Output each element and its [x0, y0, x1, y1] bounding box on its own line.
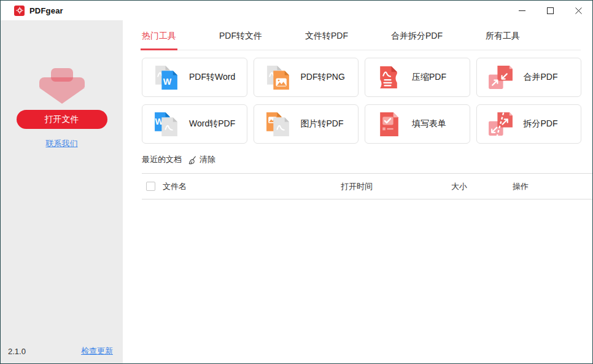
column-size: 大小 [451, 181, 513, 192]
word-to-pdf-icon: W [152, 110, 180, 138]
pdf-to-word-icon: W [152, 64, 180, 91]
tab-hot-tools[interactable]: 热门工具 [142, 31, 176, 50]
tool-card-label: 拆分PDF [524, 118, 558, 130]
recent-documents-title: 最近的文档 [142, 154, 182, 165]
fill-forms-icon [375, 110, 403, 138]
tool-card-label: 压缩PDF [412, 72, 446, 83]
recent-files-empty-area [123, 199, 592, 363]
maximize-icon [547, 7, 554, 14]
titlebar: PDFgear [1, 1, 592, 20]
sidebar: 打开文件 联系我们 2.1.0 检查更新 [1, 20, 123, 363]
tab-merge-split-pdf[interactable]: 合并拆分PDF [391, 31, 443, 50]
svg-text:W: W [163, 76, 172, 86]
merge-pdf-icon [487, 64, 514, 91]
tool-card-label: 图片转PDF [301, 118, 344, 130]
tool-card-label: PDF转Word [189, 72, 235, 83]
sidebar-bottom: 2.1.0 检查更新 [8, 346, 113, 357]
clear-recent-label: 清除 [200, 154, 215, 165]
close-button[interactable] [564, 1, 592, 20]
select-all-checkbox[interactable] [146, 182, 155, 191]
split-pdf-icon [487, 110, 514, 138]
close-icon [575, 7, 582, 14]
compress-pdf-icon [375, 64, 403, 91]
window-title: PDFgear [29, 6, 63, 15]
window-controls [508, 1, 592, 20]
clear-recent-button[interactable]: 清除 [188, 154, 215, 165]
version-label: 2.1.0 [8, 347, 26, 356]
recent-files-table-header: 文件名 打开时间 大小 操作 [142, 173, 592, 199]
broom-icon [188, 155, 197, 165]
tool-card-label: PDF转PNG [301, 72, 345, 83]
app-logo-icon [14, 6, 25, 16]
contact-us-link[interactable]: 联系我们 [46, 138, 78, 149]
pdf-to-png-icon [264, 64, 292, 91]
tool-card-image-to-pdf[interactable]: 图片转PDF [254, 104, 359, 144]
column-open-time: 打开时间 [341, 181, 451, 192]
tool-card-pdf-to-word[interactable]: W PDF转Word [142, 58, 247, 97]
select-all-cell [142, 182, 163, 191]
tool-card-fill-forms[interactable]: 填写表单 [365, 104, 470, 144]
tool-card-label: 合并PDF [524, 72, 558, 83]
tool-card-grid: W PDF转Word PDF转PNG [142, 58, 581, 144]
tool-card-split-pdf[interactable]: 拆分PDF [476, 104, 582, 144]
tab-file-to-pdf[interactable]: 文件转PDF [305, 31, 348, 50]
main-panel: 热门工具 PDF转文件 文件转PDF 合并拆分PDF 所有工具 W [123, 20, 592, 363]
download-arrow-icon [39, 68, 85, 104]
minimize-icon [519, 7, 525, 14]
recent-documents-bar: 最近的文档 清除 [142, 154, 581, 165]
app-window: PDFgear 打开文件 联系我们 2.1.0 检查更新 [0, 0, 593, 364]
open-file-button[interactable]: 打开文件 [17, 110, 107, 129]
check-update-link[interactable]: 检查更新 [81, 346, 113, 357]
tool-card-merge-pdf[interactable]: 合并PDF [476, 58, 582, 97]
column-filename: 文件名 [163, 181, 341, 192]
tool-card-compress-pdf[interactable]: 压缩PDF [365, 58, 470, 97]
tab-all-tools[interactable]: 所有工具 [486, 31, 520, 50]
tool-card-pdf-to-png[interactable]: PDF转PNG [254, 58, 359, 97]
minimize-button[interactable] [508, 1, 536, 20]
tool-card-word-to-pdf[interactable]: W Word转PDF [142, 104, 247, 144]
maximize-button[interactable] [536, 1, 564, 20]
image-to-pdf-icon [264, 110, 292, 138]
tab-bar: 热门工具 PDF转文件 文件转PDF 合并拆分PDF 所有工具 [142, 29, 581, 50]
column-action: 操作 [513, 181, 592, 192]
tool-card-label: Word转PDF [189, 118, 235, 130]
tab-pdf-to-file[interactable]: PDF转文件 [219, 31, 262, 50]
tool-card-label: 填写表单 [412, 118, 446, 130]
